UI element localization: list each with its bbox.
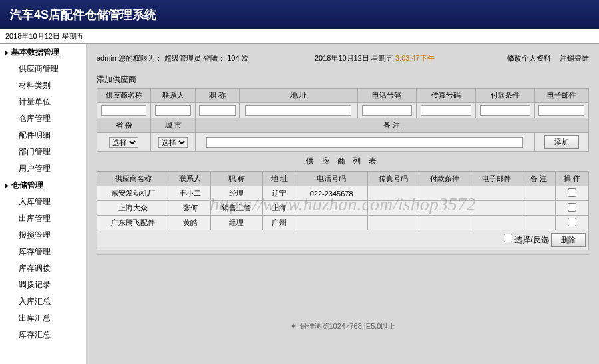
th-pay: 付款条件 bbox=[475, 89, 534, 103]
th-phone: 电话号码 bbox=[357, 89, 417, 103]
list-th-9: 操 作 bbox=[556, 172, 589, 186]
table-row: 广东腾飞配件黄皓经理广州 bbox=[97, 216, 589, 230]
select-all-checkbox[interactable] bbox=[504, 234, 512, 242]
cell-fax bbox=[367, 201, 419, 216]
cell-fax bbox=[367, 216, 419, 230]
cell-phone: 022-2345678 bbox=[296, 186, 367, 201]
list-th-4: 电话号码 bbox=[296, 172, 367, 186]
select-province[interactable]: 选择 bbox=[109, 137, 138, 148]
list-th-5: 传真号码 bbox=[367, 172, 419, 186]
cell-title: 销售主管 bbox=[211, 201, 263, 216]
cell-note bbox=[522, 186, 556, 201]
footer-note: 最佳浏览1024×768,IE5.0以上 bbox=[97, 321, 589, 331]
input-contact[interactable] bbox=[155, 105, 192, 116]
cell-name: 广东腾飞配件 bbox=[97, 216, 170, 230]
cell-contact: 张何 bbox=[170, 201, 210, 216]
list-th-2: 职 称 bbox=[211, 172, 263, 186]
th-addr: 地 址 bbox=[240, 89, 357, 103]
nav-item-dept[interactable]: 部门管理 bbox=[0, 144, 86, 160]
select-city[interactable]: 选择 bbox=[158, 137, 188, 148]
delete-button[interactable]: 删除 bbox=[551, 233, 586, 247]
input-note[interactable] bbox=[206, 137, 523, 148]
cell-fax bbox=[367, 186, 419, 201]
cell-note bbox=[522, 216, 556, 230]
cell-name: 上海大众 bbox=[97, 201, 170, 216]
th-fax: 传真号码 bbox=[417, 89, 476, 103]
nav-item-supplier[interactable]: 供应商管理 bbox=[0, 61, 86, 77]
row-checkbox[interactable] bbox=[568, 188, 576, 197]
role: 超级管理员 bbox=[164, 54, 201, 62]
cell-addr: 辽宁 bbox=[262, 186, 296, 201]
th-contact: 联系人 bbox=[151, 89, 196, 103]
table-row: 东安发动机厂王小二经理辽宁022-2345678 bbox=[97, 186, 589, 201]
input-email[interactable] bbox=[538, 105, 584, 116]
list-th-1: 联系人 bbox=[170, 172, 210, 186]
row-checkbox[interactable] bbox=[568, 218, 576, 226]
nav-item-outbound[interactable]: 出库管理 bbox=[0, 210, 86, 227]
th-title: 职 称 bbox=[195, 89, 240, 103]
cell-email bbox=[471, 201, 522, 216]
login-suffix: 次 bbox=[242, 54, 249, 62]
add-button[interactable]: 添加 bbox=[544, 135, 579, 149]
cell-title: 经理 bbox=[211, 216, 263, 230]
cell-pay bbox=[419, 216, 471, 230]
nav-item-parts[interactable]: 配件明细 bbox=[0, 127, 86, 144]
nav-item-outsum[interactable]: 出库汇总 bbox=[0, 310, 86, 327]
list-th-7: 电子邮件 bbox=[471, 172, 522, 186]
form-title: 添加供应商 bbox=[97, 71, 589, 88]
nav-item-material[interactable]: 材料类别 bbox=[0, 77, 86, 94]
input-title[interactable] bbox=[199, 105, 236, 116]
cell-pay bbox=[419, 186, 471, 201]
th-email: 电子邮件 bbox=[534, 89, 588, 103]
cell-contact: 王小二 bbox=[170, 186, 210, 201]
login-prefix: 登陆： bbox=[203, 54, 225, 62]
nav-item-transferlog[interactable]: 调拨记录 bbox=[0, 277, 86, 293]
th-province: 省 份 bbox=[97, 118, 151, 133]
nav-item-stock[interactable]: 库存管理 bbox=[0, 244, 86, 260]
list-th-0: 供应商名称 bbox=[97, 172, 170, 186]
nav-item-stocksum[interactable]: 库存汇总 bbox=[0, 327, 86, 343]
nav-item-warehouse[interactable]: 仓库管理 bbox=[0, 110, 86, 127]
link-profile[interactable]: 修改个人资料 bbox=[507, 54, 551, 62]
supplier-list-table: 供应商名称联系人职 称地 址电话号码传真号码付款条件电子邮件备 注操 作 东安发… bbox=[97, 171, 589, 230]
list-th-6: 付款条件 bbox=[419, 172, 471, 186]
app-header: 汽车4S店配件仓储管理系统 bbox=[0, 0, 599, 29]
th-note: 备 注 bbox=[195, 118, 588, 133]
input-phone[interactable] bbox=[362, 105, 413, 116]
link-logout[interactable]: 注销登陆 bbox=[560, 54, 589, 62]
nav-item-user[interactable]: 用户管理 bbox=[0, 160, 86, 177]
nav-item-transfer[interactable]: 库存调拨 bbox=[0, 260, 86, 277]
nav-item-inbound[interactable]: 入库管理 bbox=[0, 194, 86, 210]
time-date: 2018年10月12日 星期五 bbox=[315, 54, 393, 62]
cell-email bbox=[471, 216, 522, 230]
nav-section-basic[interactable]: 基本数据管理 bbox=[0, 44, 86, 61]
cell-addr: 上海 bbox=[262, 201, 296, 216]
input-name[interactable] bbox=[101, 105, 147, 116]
cell-contact: 黄皓 bbox=[170, 216, 210, 230]
time-clock: 3:03:47下午 bbox=[395, 54, 435, 62]
select-toggle-label: 选择/反选 bbox=[514, 235, 548, 244]
cell-email bbox=[471, 186, 522, 201]
cell-phone bbox=[296, 216, 367, 230]
th-name: 供应商名称 bbox=[97, 89, 151, 103]
nav-section-storage[interactable]: 仓储管理 bbox=[0, 177, 86, 194]
nav-item-damage[interactable]: 报损管理 bbox=[0, 227, 86, 244]
cell-addr: 广州 bbox=[262, 216, 296, 230]
sidebar: 基本数据管理 供应商管理 材料类别 计量单位 仓库管理 配件明细 部门管理 用户… bbox=[0, 44, 87, 364]
list-title: 供 应 商 列 表 bbox=[97, 152, 589, 171]
cell-note bbox=[522, 201, 556, 216]
nav-item-unit[interactable]: 计量单位 bbox=[0, 94, 86, 110]
list-th-3: 地 址 bbox=[262, 172, 296, 186]
input-pay[interactable] bbox=[480, 105, 530, 116]
topbar: admin 您的权限为： 超级管理员 登陆： 104 次 2018年10月12日… bbox=[97, 51, 589, 71]
cell-title: 经理 bbox=[211, 186, 263, 201]
input-fax[interactable] bbox=[421, 105, 471, 116]
nav-item-insum[interactable]: 入库汇总 bbox=[0, 293, 86, 310]
login-count: 104 bbox=[227, 54, 239, 62]
input-addr[interactable] bbox=[245, 105, 351, 116]
main-content: admin 您的权限为： 超级管理员 登陆： 104 次 2018年10月12日… bbox=[87, 44, 599, 364]
row-checkbox[interactable] bbox=[568, 203, 576, 212]
cell-name: 东安发动机厂 bbox=[97, 186, 170, 201]
date-bar: 2018年10月12日 星期五 bbox=[0, 29, 599, 44]
user-name: admin bbox=[97, 54, 116, 62]
